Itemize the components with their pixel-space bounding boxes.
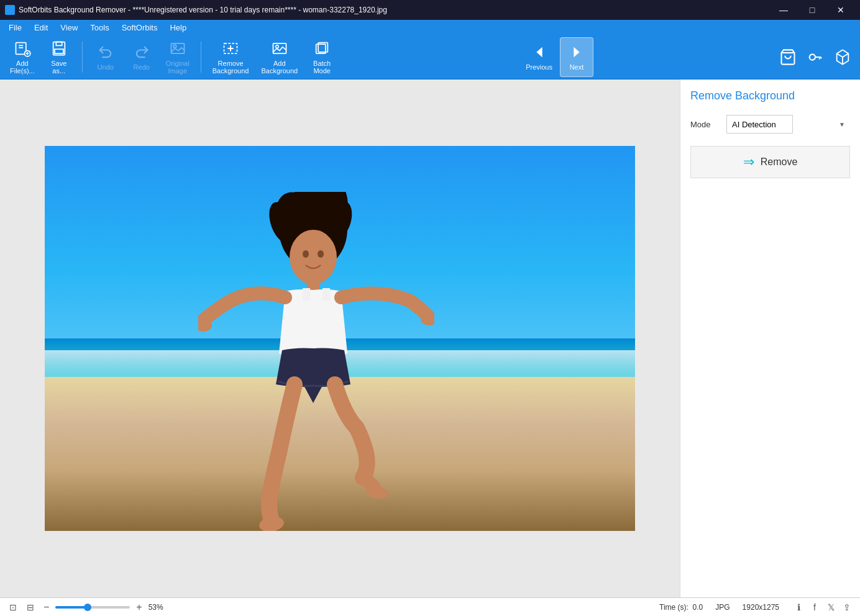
svg-rect-36 (303, 288, 310, 301)
add-files-button[interactable]: AddFile(s)... (5, 37, 40, 77)
beach-scene (45, 146, 635, 531)
3d-box-icon-button[interactable] (830, 45, 855, 70)
undo-icon (97, 43, 114, 61)
remove-background-button[interactable]: RemoveBackground (208, 37, 254, 77)
mode-select-wrapper: AI Detection Manual Color Selection (726, 115, 850, 134)
actual-size-icon[interactable]: ⊟ (24, 600, 37, 614)
fit-icon[interactable]: ⊡ (6, 600, 20, 614)
cart-icon (779, 48, 797, 66)
app-icon (5, 5, 15, 15)
svg-point-40 (258, 515, 285, 531)
image-canvas (45, 146, 635, 531)
remove-button[interactable]: ⇒ Remove (690, 146, 850, 178)
svg-rect-7 (56, 42, 62, 45)
remove-arrow-icon: ⇒ (743, 154, 754, 170)
minimize-button[interactable]: — (769, 0, 798, 20)
panel-title: Remove Background (690, 89, 850, 102)
svg-point-21 (810, 54, 815, 60)
undo-label: Undo (98, 63, 114, 71)
previous-icon (531, 43, 548, 61)
batch-mode-label: BatchMode (313, 60, 331, 75)
next-button[interactable]: Next (560, 37, 593, 77)
maximize-button[interactable]: □ (798, 0, 826, 20)
window-controls: — □ ✕ (769, 0, 855, 20)
title-bar: SoftOrbits Background Remover - ****Unre… (0, 0, 860, 20)
svg-point-10 (173, 45, 176, 48)
window-title: SoftOrbits Background Remover - ****Unre… (19, 6, 387, 14)
separator-1 (82, 42, 83, 73)
batch-mode-button[interactable]: BatchMode (305, 37, 339, 77)
add-files-label: AddFile(s)... (10, 60, 35, 75)
svg-point-32 (290, 230, 337, 284)
undo-button[interactable]: Undo (89, 37, 122, 77)
close-button[interactable]: ✕ (826, 0, 855, 20)
image-dimensions: 1920x1275 (743, 603, 779, 612)
time-info: Time (s): 0.0 (659, 603, 703, 612)
svg-rect-8 (55, 49, 63, 53)
zoom-track (55, 606, 85, 609)
key-icon (807, 48, 824, 66)
image-area[interactable] (0, 79, 680, 597)
next-label: Next (570, 63, 584, 71)
share-icon[interactable]: ⇪ (840, 600, 854, 614)
mode-label: Mode (690, 120, 720, 129)
menu-view[interactable]: View (54, 20, 84, 35)
menu-file[interactable]: File (2, 20, 28, 35)
status-right: Time (s): 0.0 JPG 1920x1275 ℹ f 𝕏 ⇪ (659, 600, 854, 614)
add-background-icon (271, 40, 288, 57)
svg-marker-18 (536, 47, 542, 57)
original-image-button[interactable]: OriginalImage (161, 37, 194, 77)
remove-button-label: Remove (761, 156, 798, 168)
status-bar: ⊡ ⊟ − + 53% Time (s): 0.0 JPG 1920x1275 … (0, 597, 860, 616)
save-as-button[interactable]: Saveas... (42, 37, 76, 77)
menu-softorbits[interactable]: SoftOrbits (116, 20, 164, 35)
menu-help[interactable]: Help (163, 20, 193, 35)
batch-mode-icon (313, 40, 331, 57)
original-image-label: OriginalImage (166, 60, 190, 75)
original-image-icon (169, 40, 186, 57)
woman-figure (198, 192, 434, 531)
license-icon-button[interactable] (803, 45, 828, 70)
separator-2 (201, 42, 201, 73)
previous-label: Previous (526, 63, 552, 71)
svg-marker-19 (574, 47, 579, 57)
save-as-label: Saveas... (51, 60, 66, 75)
zoom-value: 53% (149, 603, 163, 612)
mode-select[interactable]: AI Detection Manual Color Selection (726, 115, 793, 134)
menu-bar: File Edit View Tools SoftOrbits Help (0, 20, 860, 35)
time-value: 0.0 (693, 603, 703, 612)
info-icon[interactable]: ℹ (792, 600, 805, 614)
zoom-thumb[interactable] (84, 604, 91, 611)
add-files-icon (14, 40, 31, 57)
svg-point-34 (318, 250, 324, 258)
status-icons: ℹ f 𝕏 ⇪ (792, 600, 854, 614)
remove-background-label: RemoveBackground (213, 60, 249, 75)
right-panel: Remove Background Mode AI Detection Manu… (680, 79, 860, 597)
box-icon (834, 48, 851, 66)
main-content: Remove Background Mode AI Detection Manu… (0, 79, 860, 597)
twitter-icon[interactable]: 𝕏 (824, 600, 838, 614)
save-as-icon (50, 40, 68, 57)
zoom-out-button[interactable]: − (41, 602, 52, 613)
cart-icon-button[interactable] (775, 45, 800, 70)
status-left: ⊡ ⊟ − + 53% (6, 600, 163, 614)
previous-button[interactable]: Previous (521, 37, 557, 77)
next-icon (568, 43, 585, 61)
remove-background-icon (222, 40, 239, 57)
add-background-label: AddBackground (261, 60, 298, 75)
zoom-section: ⊡ ⊟ − + 53% (6, 600, 163, 614)
redo-label: Redo (134, 63, 150, 71)
mode-row: Mode AI Detection Manual Color Selection (690, 115, 850, 134)
facebook-icon[interactable]: f (808, 600, 821, 614)
zoom-in-button[interactable]: + (134, 602, 144, 613)
toolbar: AddFile(s)... Saveas... Undo Redo (0, 35, 860, 79)
add-background-button[interactable]: AddBackground (256, 37, 303, 77)
svg-point-33 (303, 250, 309, 258)
svg-point-15 (275, 45, 278, 48)
toolbar-right-icons (775, 45, 855, 70)
menu-edit[interactable]: Edit (28, 20, 54, 35)
zoom-slider[interactable] (55, 606, 130, 609)
menu-tools[interactable]: Tools (84, 20, 115, 35)
redo-button[interactable]: Redo (125, 37, 158, 77)
time-label: Time (s): (659, 603, 688, 612)
